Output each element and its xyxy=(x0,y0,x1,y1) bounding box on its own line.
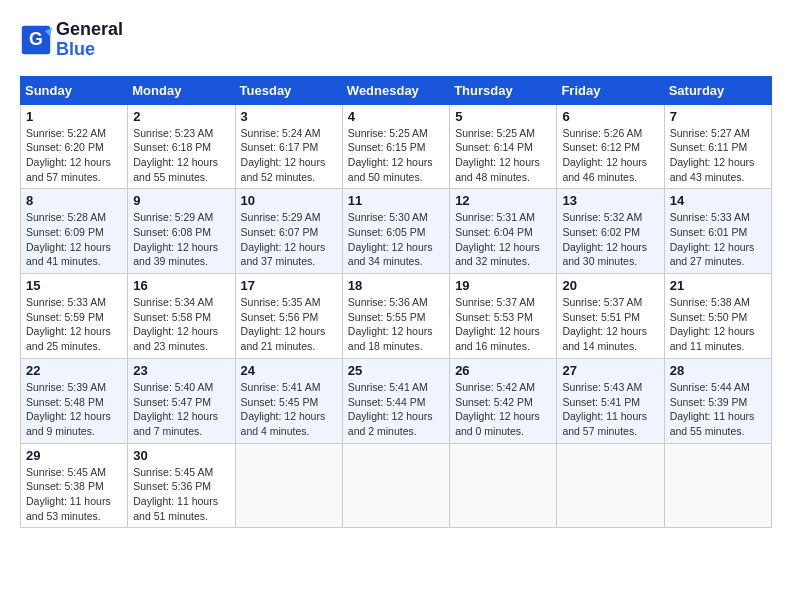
day-info: Sunrise: 5:22 AMSunset: 6:20 PMDaylight:… xyxy=(26,127,111,183)
day-number: 5 xyxy=(455,109,551,124)
logo-general: General xyxy=(56,19,123,39)
calendar-day-cell: 26 Sunrise: 5:42 AMSunset: 5:42 PMDaylig… xyxy=(450,358,557,443)
day-info: Sunrise: 5:23 AMSunset: 6:18 PMDaylight:… xyxy=(133,127,218,183)
day-number: 28 xyxy=(670,363,766,378)
calendar-day-cell: 11 Sunrise: 5:30 AMSunset: 6:05 PMDaylig… xyxy=(342,189,449,274)
calendar-day-cell: 23 Sunrise: 5:40 AMSunset: 5:47 PMDaylig… xyxy=(128,358,235,443)
calendar-week-row: 29 Sunrise: 5:45 AMSunset: 5:38 PMDaylig… xyxy=(21,443,772,528)
day-info: Sunrise: 5:31 AMSunset: 6:04 PMDaylight:… xyxy=(455,211,540,267)
calendar-day-cell: 21 Sunrise: 5:38 AMSunset: 5:50 PMDaylig… xyxy=(664,274,771,359)
day-info: Sunrise: 5:33 AMSunset: 6:01 PMDaylight:… xyxy=(670,211,755,267)
day-number: 20 xyxy=(562,278,658,293)
day-info: Sunrise: 5:30 AMSunset: 6:05 PMDaylight:… xyxy=(348,211,433,267)
day-info: Sunrise: 5:32 AMSunset: 6:02 PMDaylight:… xyxy=(562,211,647,267)
empty-cell xyxy=(342,443,449,528)
day-info: Sunrise: 5:27 AMSunset: 6:11 PMDaylight:… xyxy=(670,127,755,183)
calendar-day-cell: 30 Sunrise: 5:45 AMSunset: 5:36 PMDaylig… xyxy=(128,443,235,528)
calendar-day-cell: 4 Sunrise: 5:25 AMSunset: 6:15 PMDayligh… xyxy=(342,104,449,189)
calendar-week-row: 8 Sunrise: 5:28 AMSunset: 6:09 PMDayligh… xyxy=(21,189,772,274)
day-number: 7 xyxy=(670,109,766,124)
day-number: 16 xyxy=(133,278,229,293)
calendar-week-row: 15 Sunrise: 5:33 AMSunset: 5:59 PMDaylig… xyxy=(21,274,772,359)
day-info: Sunrise: 5:37 AMSunset: 5:51 PMDaylight:… xyxy=(562,296,647,352)
svg-text:G: G xyxy=(29,29,43,49)
calendar-day-cell: 29 Sunrise: 5:45 AMSunset: 5:38 PMDaylig… xyxy=(21,443,128,528)
day-info: Sunrise: 5:25 AMSunset: 6:14 PMDaylight:… xyxy=(455,127,540,183)
day-info: Sunrise: 5:29 AMSunset: 6:07 PMDaylight:… xyxy=(241,211,326,267)
calendar-day-cell: 15 Sunrise: 5:33 AMSunset: 5:59 PMDaylig… xyxy=(21,274,128,359)
day-number: 9 xyxy=(133,193,229,208)
calendar-week-row: 1 Sunrise: 5:22 AMSunset: 6:20 PMDayligh… xyxy=(21,104,772,189)
day-number: 12 xyxy=(455,193,551,208)
day-number: 11 xyxy=(348,193,444,208)
day-number: 24 xyxy=(241,363,337,378)
day-info: Sunrise: 5:38 AMSunset: 5:50 PMDaylight:… xyxy=(670,296,755,352)
day-info: Sunrise: 5:41 AMSunset: 5:45 PMDaylight:… xyxy=(241,381,326,437)
weekday-header-tuesday: Tuesday xyxy=(235,76,342,104)
empty-cell xyxy=(235,443,342,528)
day-number: 29 xyxy=(26,448,122,463)
day-info: Sunrise: 5:36 AMSunset: 5:55 PMDaylight:… xyxy=(348,296,433,352)
calendar-day-cell: 8 Sunrise: 5:28 AMSunset: 6:09 PMDayligh… xyxy=(21,189,128,274)
day-number: 19 xyxy=(455,278,551,293)
calendar-day-cell: 16 Sunrise: 5:34 AMSunset: 5:58 PMDaylig… xyxy=(128,274,235,359)
calendar-week-row: 22 Sunrise: 5:39 AMSunset: 5:48 PMDaylig… xyxy=(21,358,772,443)
day-info: Sunrise: 5:33 AMSunset: 5:59 PMDaylight:… xyxy=(26,296,111,352)
day-number: 17 xyxy=(241,278,337,293)
calendar-day-cell: 25 Sunrise: 5:41 AMSunset: 5:44 PMDaylig… xyxy=(342,358,449,443)
day-info: Sunrise: 5:45 AMSunset: 5:38 PMDaylight:… xyxy=(26,466,111,522)
weekday-header-friday: Friday xyxy=(557,76,664,104)
day-number: 23 xyxy=(133,363,229,378)
calendar-day-cell: 27 Sunrise: 5:43 AMSunset: 5:41 PMDaylig… xyxy=(557,358,664,443)
day-info: Sunrise: 5:41 AMSunset: 5:44 PMDaylight:… xyxy=(348,381,433,437)
day-number: 4 xyxy=(348,109,444,124)
calendar-day-cell: 6 Sunrise: 5:26 AMSunset: 6:12 PMDayligh… xyxy=(557,104,664,189)
logo-blue: Blue xyxy=(56,39,95,59)
day-number: 8 xyxy=(26,193,122,208)
day-number: 18 xyxy=(348,278,444,293)
weekday-header-monday: Monday xyxy=(128,76,235,104)
calendar-day-cell: 9 Sunrise: 5:29 AMSunset: 6:08 PMDayligh… xyxy=(128,189,235,274)
weekday-header-wednesday: Wednesday xyxy=(342,76,449,104)
calendar-day-cell: 17 Sunrise: 5:35 AMSunset: 5:56 PMDaylig… xyxy=(235,274,342,359)
calendar-day-cell: 5 Sunrise: 5:25 AMSunset: 6:14 PMDayligh… xyxy=(450,104,557,189)
day-info: Sunrise: 5:34 AMSunset: 5:58 PMDaylight:… xyxy=(133,296,218,352)
day-number: 10 xyxy=(241,193,337,208)
day-number: 21 xyxy=(670,278,766,293)
day-info: Sunrise: 5:44 AMSunset: 5:39 PMDaylight:… xyxy=(670,381,755,437)
calendar-day-cell: 10 Sunrise: 5:29 AMSunset: 6:07 PMDaylig… xyxy=(235,189,342,274)
day-info: Sunrise: 5:26 AMSunset: 6:12 PMDaylight:… xyxy=(562,127,647,183)
day-number: 22 xyxy=(26,363,122,378)
weekday-header-sunday: Sunday xyxy=(21,76,128,104)
day-number: 26 xyxy=(455,363,551,378)
calendar-day-cell: 28 Sunrise: 5:44 AMSunset: 5:39 PMDaylig… xyxy=(664,358,771,443)
day-info: Sunrise: 5:25 AMSunset: 6:15 PMDaylight:… xyxy=(348,127,433,183)
day-number: 13 xyxy=(562,193,658,208)
calendar-day-cell: 1 Sunrise: 5:22 AMSunset: 6:20 PMDayligh… xyxy=(21,104,128,189)
empty-cell xyxy=(664,443,771,528)
day-number: 14 xyxy=(670,193,766,208)
calendar-day-cell: 20 Sunrise: 5:37 AMSunset: 5:51 PMDaylig… xyxy=(557,274,664,359)
day-number: 3 xyxy=(241,109,337,124)
day-number: 2 xyxy=(133,109,229,124)
day-info: Sunrise: 5:35 AMSunset: 5:56 PMDaylight:… xyxy=(241,296,326,352)
day-number: 6 xyxy=(562,109,658,124)
weekday-header-thursday: Thursday xyxy=(450,76,557,104)
day-info: Sunrise: 5:43 AMSunset: 5:41 PMDaylight:… xyxy=(562,381,647,437)
empty-cell xyxy=(450,443,557,528)
weekday-header-saturday: Saturday xyxy=(664,76,771,104)
day-info: Sunrise: 5:37 AMSunset: 5:53 PMDaylight:… xyxy=(455,296,540,352)
calendar-day-cell: 18 Sunrise: 5:36 AMSunset: 5:55 PMDaylig… xyxy=(342,274,449,359)
day-info: Sunrise: 5:45 AMSunset: 5:36 PMDaylight:… xyxy=(133,466,218,522)
day-number: 15 xyxy=(26,278,122,293)
calendar-day-cell: 24 Sunrise: 5:41 AMSunset: 5:45 PMDaylig… xyxy=(235,358,342,443)
day-info: Sunrise: 5:42 AMSunset: 5:42 PMDaylight:… xyxy=(455,381,540,437)
calendar-day-cell: 2 Sunrise: 5:23 AMSunset: 6:18 PMDayligh… xyxy=(128,104,235,189)
empty-cell xyxy=(557,443,664,528)
day-info: Sunrise: 5:40 AMSunset: 5:47 PMDaylight:… xyxy=(133,381,218,437)
calendar-day-cell: 3 Sunrise: 5:24 AMSunset: 6:17 PMDayligh… xyxy=(235,104,342,189)
calendar-day-cell: 19 Sunrise: 5:37 AMSunset: 5:53 PMDaylig… xyxy=(450,274,557,359)
day-number: 30 xyxy=(133,448,229,463)
calendar-day-cell: 13 Sunrise: 5:32 AMSunset: 6:02 PMDaylig… xyxy=(557,189,664,274)
day-info: Sunrise: 5:28 AMSunset: 6:09 PMDaylight:… xyxy=(26,211,111,267)
